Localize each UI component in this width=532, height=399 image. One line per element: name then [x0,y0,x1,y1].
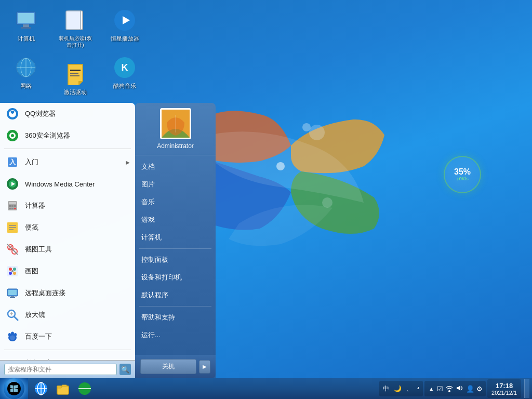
baidu-label: 百度一下 [25,332,130,341]
svg-point-1 [309,125,325,140]
svg-point-84 [448,390,450,392]
sticky-notes-icon [5,220,20,235]
start-item-snipping[interactable]: 截图工具 [0,238,135,260]
taskbar-ie[interactable] [31,379,51,398]
svg-marker-85 [457,385,460,391]
user-name: Administrator [157,142,194,150]
tray-icons: ▲ ☑ 👤 ⚙ [424,381,486,396]
right-item-control-panel[interactable]: 控制面板 [135,251,216,269]
install-guide-icon [63,8,88,33]
tray-checkbox-icon[interactable]: ☑ [437,385,443,393]
svg-point-71 [10,336,15,340]
svg-point-0 [276,162,285,170]
right-item-pictures[interactable]: 图片 [135,176,216,193]
start-item-calculator[interactable]: 计算器 [0,195,135,217]
desktop: 计算机 网络 装机后必读(双击打开) 激活驱动 恒星播放器 [0,0,532,399]
desktop-icon-install[interactable]: 装机后必读(双击打开) [55,5,96,51]
speed-percent: 35% [454,168,471,176]
start-item-qq-browser[interactable]: QQ浏览器 [0,103,135,125]
search-button[interactable]: 🔍 [119,364,131,375]
qq-browser-icon [5,107,20,121]
right-item-documents[interactable]: 文档 [135,158,216,176]
remote-desktop-icon [5,286,20,300]
svg-point-31 [11,134,14,137]
shutdown-arrow-button[interactable]: ▶ [199,360,210,374]
taskbar-ie2[interactable] [74,379,95,398]
svg-point-70 [11,332,14,336]
desktop-icon-qqmusic[interactable]: K 酷狗音乐 [104,52,145,92]
tray-volume-icon[interactable] [456,384,464,394]
computer-icon [14,8,38,33]
svg-rect-5 [18,13,34,23]
right-divider-2 [139,306,211,307]
svg-rect-19 [66,11,81,30]
start-item-paint[interactable]: 画图 [0,260,135,282]
desktop-icon-media[interactable]: 恒星播放器 [104,5,145,45]
show-desktop-button[interactable] [524,379,529,398]
start-item-all-programs[interactable]: 所有程序 [0,352,135,360]
clock[interactable]: 17:18 2021/12/1 [487,379,521,398]
start-item-baidu[interactable]: 百度一下 [0,326,135,348]
start-menu-left: QQ浏览器 360安全浏览器 入 入门 ▶ [0,103,135,378]
right-menu-items: 文档 图片 音乐 游戏 计算机 控制面板 设备 [135,155,216,355]
remote-desktop-label: 远程桌面连接 [25,288,130,298]
search-input[interactable] [4,364,117,375]
svg-rect-60 [8,290,17,295]
tray-network-icon[interactable] [445,384,454,394]
start-item-intro[interactable]: 入 入门 ▶ [0,151,135,173]
desktop-icon-driver[interactable]: 激活驱动 [55,59,96,98]
ime-lang[interactable]: 中 [381,384,391,394]
driver-activate-icon [63,61,88,86]
tray-user-icon[interactable]: 👤 [466,385,474,393]
qqmusic-label: 酷狗音乐 [113,82,136,89]
user-header: Administrator [135,103,216,155]
menu-divider-2 [4,350,131,350]
taskbar: 中 🌙 、 ⁴ ▲ ☑ 👤 ⚙ 17:18 20 [0,378,532,399]
right-item-run[interactable]: 运行... [135,326,216,344]
right-item-devices[interactable]: 设备和打印机 [135,269,216,286]
network-speed-widget[interactable]: 35% ↓ 0K/s [444,156,485,197]
desktop-icon-computer[interactable]: 计算机 [5,5,47,45]
intro-arrow: ▶ [126,159,130,165]
right-item-music[interactable]: 音乐 [135,193,216,211]
ime-mode[interactable]: 🌙 [392,384,403,393]
clock-date: 2021/12/1 [491,390,517,396]
svg-rect-41 [14,205,16,207]
all-programs-icon [5,356,20,360]
start-item-360-browser[interactable]: 360安全浏览器 [0,125,135,147]
start-button[interactable] [0,378,28,399]
tray-gear-icon[interactable]: ⚙ [476,385,483,393]
wmc-icon [5,177,20,191]
svg-point-55 [13,268,16,271]
tray-expand-arrow[interactable]: ▲ [428,385,435,393]
desktop-icon-network[interactable]: 网络 [5,52,47,92]
ime-extra[interactable]: ⁴ [416,385,421,392]
shutdown-button[interactable]: 关机 [140,359,196,374]
intro-label: 入门 [25,157,121,167]
start-item-sticky[interactable]: 便笺 [0,217,135,238]
right-item-games[interactable]: 游戏 [135,211,216,229]
right-item-computer[interactable]: 计算机 [135,229,216,246]
svg-point-58 [11,270,14,272]
svg-rect-39 [9,205,11,207]
svg-rect-44 [14,208,16,209]
browser-360-label: 360安全浏览器 [25,131,130,140]
magnifier-label: 放大镜 [25,310,130,320]
shutdown-area: 关机 ▶ [135,355,216,378]
desktop-icons: 计算机 网络 装机后必读(双击打开) 激活驱动 恒星播放器 [5,5,130,98]
start-item-remote[interactable]: 远程桌面连接 [0,282,135,304]
svg-rect-20 [70,70,81,71]
right-item-default-programs[interactable]: 默认程序 [135,286,216,304]
start-item-magnifier[interactable]: 放大镜 [0,304,135,326]
start-item-wmc[interactable]: Windows Media Center [0,173,135,195]
taskbar-explorer[interactable] [52,379,73,398]
ime-bar: 中 🌙 、 ⁴ [379,381,423,396]
right-item-help[interactable]: 帮助和支持 [135,309,216,326]
svg-text:K: K [122,62,128,73]
paint-icon [5,264,20,278]
svg-rect-40 [11,205,14,207]
ime-punct[interactable]: 、 [405,384,414,394]
menu-divider-1 [4,149,131,149]
svg-rect-43 [11,208,14,209]
driver-activate-label: 激活驱动 [64,88,87,96]
